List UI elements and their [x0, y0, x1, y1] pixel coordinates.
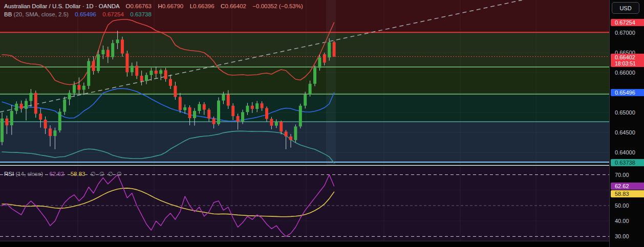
axis-label: 50.00 — [615, 203, 629, 209]
rsi-hidden-value: ∅ — [108, 171, 113, 177]
price-zone — [0, 122, 609, 162]
candle-body — [222, 95, 225, 101]
candle-body — [270, 119, 273, 126]
candle-body — [203, 104, 206, 110]
axis-price-badge: 0.65496 — [611, 89, 644, 96]
candle-body — [101, 50, 104, 55]
candle-body — [73, 85, 76, 93]
candle-body — [280, 122, 283, 132]
candle-body — [237, 116, 240, 122]
candle-body — [87, 61, 90, 85]
rsi-pane-background — [0, 167, 609, 241]
candle-body — [294, 126, 297, 140]
axis-label: 70.00 — [615, 172, 629, 178]
rsi-hidden-value: ∅ — [91, 171, 96, 177]
candle-body — [265, 108, 268, 119]
candle-body — [125, 54, 128, 73]
candle-body — [97, 54, 100, 71]
currency-toggle-button[interactable]: USD — [612, 2, 639, 14]
price-zone — [0, 32, 609, 67]
candle-body — [212, 119, 216, 124]
price-axis[interactable]: USD 0.670000.665000.660000.650000.645000… — [609, 0, 644, 247]
candle-body — [285, 131, 288, 136]
price-zone — [0, 67, 609, 94]
candle-body — [39, 114, 42, 120]
candle-body — [304, 95, 307, 106]
candle-body — [207, 110, 210, 119]
change-value: −0.00352 (−0.53%) — [252, 3, 303, 9]
candle-body — [63, 99, 66, 111]
candle-body — [289, 137, 292, 140]
candle-body — [164, 70, 167, 79]
open-value: 0.66763 — [130, 3, 152, 9]
candle-body — [179, 97, 182, 110]
axis-label: 0.67000 — [615, 30, 635, 36]
close-value: 0.66402 — [225, 3, 246, 9]
candle-body — [53, 130, 56, 136]
rsi-indicator-name[interactable]: RSI — [4, 171, 14, 177]
candle-body — [77, 85, 80, 89]
candle-body — [275, 122, 278, 126]
candle-body — [323, 54, 326, 62]
candle-body — [145, 75, 148, 81]
candle-body — [169, 79, 172, 86]
high-label: H — [158, 3, 162, 9]
bb-legend-row[interactable]: BB (20, SMA, close, 2.5) 0.65496 0.67254… — [4, 10, 303, 18]
candle-body — [231, 106, 234, 116]
rsi-legend-row[interactable]: RSI (14, close) 62.62 58.83 ∅∅∅∅ — [4, 170, 122, 177]
rsi-ma-value: 58.83 — [71, 171, 85, 177]
candle-body — [1, 119, 4, 142]
candle-body — [92, 61, 95, 71]
candle-body — [193, 111, 196, 118]
separator-dot: · — [82, 3, 84, 9]
candle-body — [106, 50, 110, 57]
axis-label: 30.00 — [615, 233, 629, 239]
bb-indicator-name[interactable]: BB — [4, 11, 12, 17]
candle-body — [15, 104, 18, 111]
candle-body — [131, 66, 134, 73]
exchange-label: OANDA — [99, 3, 119, 9]
candle-body — [217, 101, 220, 124]
candle-body — [121, 39, 124, 53]
symbol-legend-row[interactable]: Australian Dollar / U.S. Dollar · 1D · O… — [4, 2, 303, 10]
symbol-title[interactable]: Australian Dollar / U.S. Dollar — [4, 3, 81, 9]
axis-label: 0.65000 — [615, 109, 635, 116]
candle-body — [149, 71, 153, 75]
timeframe-label[interactable]: 1D — [86, 3, 94, 9]
candle-body — [174, 86, 177, 97]
bb-upper-value: 0.67254 — [102, 11, 124, 17]
axis-price-badge: 0.67254 — [611, 19, 644, 26]
candle-body — [140, 76, 143, 81]
candle-body — [261, 103, 264, 108]
candle-body — [309, 84, 312, 95]
candle-body — [246, 106, 249, 113]
rsi-value: 62.62 — [49, 171, 64, 177]
candle-body — [34, 93, 37, 114]
axis-price-badge: 0.6640218:03:51 — [611, 54, 644, 67]
bb-lower-value: 0.63738 — [130, 11, 152, 17]
high-value: 0.66790 — [162, 3, 184, 9]
axis-label: 0.64500 — [615, 129, 635, 136]
candle-body — [227, 95, 230, 106]
rsi-hidden-value: ∅ — [117, 171, 122, 177]
candle-body — [255, 103, 259, 109]
candle-body — [251, 106, 254, 109]
candle-body — [25, 101, 28, 109]
candle-body — [82, 86, 85, 90]
candle-body — [183, 107, 186, 110]
main-chart-canvas[interactable] — [0, 0, 644, 247]
chart-legend: Australian Dollar / U.S. Dollar · 1D · O… — [4, 2, 303, 18]
candle-body — [299, 106, 302, 127]
candle-body — [20, 104, 23, 109]
axis-label: 0.64000 — [615, 149, 635, 155]
bb-indicator-params: (20, SMA, close, 2.5) — [14, 11, 69, 17]
candle-body — [49, 128, 52, 136]
candle-body — [159, 70, 162, 74]
axis-label: 40.00 — [615, 218, 629, 224]
low-value: 0.66396 — [193, 3, 214, 9]
candle-body — [155, 71, 158, 74]
axis-price-badge: 62.62 — [611, 183, 644, 190]
bb-basis-value: 0.65496 — [75, 11, 96, 17]
rsi-hidden-value: ∅ — [99, 171, 104, 177]
candle-body — [135, 66, 138, 76]
